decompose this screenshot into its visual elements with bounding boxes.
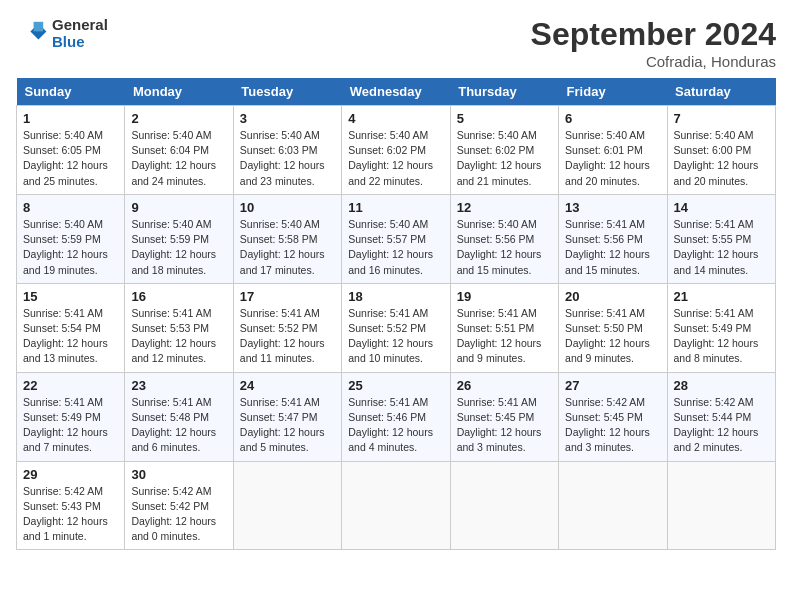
- day-15: 15 Sunrise: 5:41 AMSunset: 5:54 PMDaylig…: [17, 283, 125, 372]
- day-13: 13 Sunrise: 5:41 AMSunset: 5:56 PMDaylig…: [559, 194, 667, 283]
- day-4: 4 Sunrise: 5:40 AMSunset: 6:02 PMDayligh…: [342, 106, 450, 195]
- day-19: 19 Sunrise: 5:41 AMSunset: 5:51 PMDaylig…: [450, 283, 558, 372]
- day-3: 3 Sunrise: 5:40 AMSunset: 6:03 PMDayligh…: [233, 106, 341, 195]
- empty-cell-5: [667, 461, 775, 550]
- week-row-4: 22 Sunrise: 5:41 AMSunset: 5:49 PMDaylig…: [17, 372, 776, 461]
- day-16: 16 Sunrise: 5:41 AMSunset: 5:53 PMDaylig…: [125, 283, 233, 372]
- svg-marker-2: [34, 22, 44, 32]
- day-18: 18 Sunrise: 5:41 AMSunset: 5:52 PMDaylig…: [342, 283, 450, 372]
- day-30: 30 Sunrise: 5:42 AMSunset: 5:42 PMDaylig…: [125, 461, 233, 550]
- header-tuesday: Tuesday: [233, 78, 341, 106]
- logo-text: General Blue: [52, 16, 108, 50]
- page-header: General Blue September 2024 Cofradia, Ho…: [16, 16, 776, 70]
- header-friday: Friday: [559, 78, 667, 106]
- month-title: September 2024: [531, 16, 776, 53]
- day-12: 12 Sunrise: 5:40 AMSunset: 5:56 PMDaylig…: [450, 194, 558, 283]
- day-2: 2 Sunrise: 5:40 AMSunset: 6:04 PMDayligh…: [125, 106, 233, 195]
- header-saturday: Saturday: [667, 78, 775, 106]
- day-5: 5 Sunrise: 5:40 AMSunset: 6:02 PMDayligh…: [450, 106, 558, 195]
- day-28: 28 Sunrise: 5:42 AMSunset: 5:44 PMDaylig…: [667, 372, 775, 461]
- day-14: 14 Sunrise: 5:41 AMSunset: 5:55 PMDaylig…: [667, 194, 775, 283]
- week-row-2: 8 Sunrise: 5:40 AMSunset: 5:59 PMDayligh…: [17, 194, 776, 283]
- header-sunday: Sunday: [17, 78, 125, 106]
- day-17: 17 Sunrise: 5:41 AMSunset: 5:52 PMDaylig…: [233, 283, 341, 372]
- empty-cell-2: [342, 461, 450, 550]
- day-6: 6 Sunrise: 5:40 AMSunset: 6:01 PMDayligh…: [559, 106, 667, 195]
- day-21: 21 Sunrise: 5:41 AMSunset: 5:49 PMDaylig…: [667, 283, 775, 372]
- empty-cell-1: [233, 461, 341, 550]
- empty-cell-3: [450, 461, 558, 550]
- header-wednesday: Wednesday: [342, 78, 450, 106]
- day-7: 7 Sunrise: 5:40 AMSunset: 6:00 PMDayligh…: [667, 106, 775, 195]
- day-26: 26 Sunrise: 5:41 AMSunset: 5:45 PMDaylig…: [450, 372, 558, 461]
- calendar-header-row: Sunday Monday Tuesday Wednesday Thursday…: [17, 78, 776, 106]
- logo-icon: [16, 17, 48, 49]
- day-10: 10 Sunrise: 5:40 AMSunset: 5:58 PMDaylig…: [233, 194, 341, 283]
- header-thursday: Thursday: [450, 78, 558, 106]
- day-20: 20 Sunrise: 5:41 AMSunset: 5:50 PMDaylig…: [559, 283, 667, 372]
- day-24: 24 Sunrise: 5:41 AMSunset: 5:47 PMDaylig…: [233, 372, 341, 461]
- week-row-1: 1 Sunrise: 5:40 AMSunset: 6:05 PMDayligh…: [17, 106, 776, 195]
- day-9: 9 Sunrise: 5:40 AMSunset: 5:59 PMDayligh…: [125, 194, 233, 283]
- empty-cell-4: [559, 461, 667, 550]
- location-subtitle: Cofradia, Honduras: [531, 53, 776, 70]
- day-1: 1 Sunrise: 5:40 AMSunset: 6:05 PMDayligh…: [17, 106, 125, 195]
- header-monday: Monday: [125, 78, 233, 106]
- day-11: 11 Sunrise: 5:40 AMSunset: 5:57 PMDaylig…: [342, 194, 450, 283]
- week-row-3: 15 Sunrise: 5:41 AMSunset: 5:54 PMDaylig…: [17, 283, 776, 372]
- calendar-table: Sunday Monday Tuesday Wednesday Thursday…: [16, 78, 776, 550]
- week-row-5: 29 Sunrise: 5:42 AMSunset: 5:43 PMDaylig…: [17, 461, 776, 550]
- day-23: 23 Sunrise: 5:41 AMSunset: 5:48 PMDaylig…: [125, 372, 233, 461]
- day-8: 8 Sunrise: 5:40 AMSunset: 5:59 PMDayligh…: [17, 194, 125, 283]
- day-29: 29 Sunrise: 5:42 AMSunset: 5:43 PMDaylig…: [17, 461, 125, 550]
- day-22: 22 Sunrise: 5:41 AMSunset: 5:49 PMDaylig…: [17, 372, 125, 461]
- day-25: 25 Sunrise: 5:41 AMSunset: 5:46 PMDaylig…: [342, 372, 450, 461]
- title-block: September 2024 Cofradia, Honduras: [531, 16, 776, 70]
- day-27: 27 Sunrise: 5:42 AMSunset: 5:45 PMDaylig…: [559, 372, 667, 461]
- logo: General Blue: [16, 16, 108, 50]
